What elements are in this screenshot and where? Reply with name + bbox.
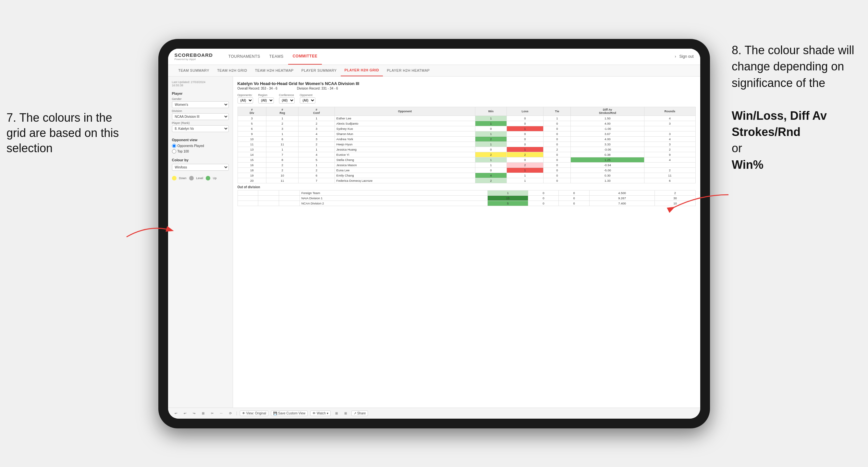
table-row: 1474 Eunice Yi 2 2 0 0.38 9 <box>238 152 695 157</box>
toolbar-share[interactable]: ↗ Share <box>351 410 368 416</box>
filter-opponents-select[interactable]: (All) <box>238 97 253 103</box>
toolbar-more[interactable]: ··· <box>218 411 224 416</box>
nav-separator: › <box>675 54 676 59</box>
legend-label-up: Up <box>213 177 217 180</box>
legend-label-down: Down <box>179 177 187 180</box>
filter-opponent: Opponent (All) <box>300 93 315 103</box>
legend-dot-down <box>172 176 177 181</box>
filter-opponents-label: Opponents: <box>238 93 253 97</box>
filter-conference-label: Conference <box>279 93 294 97</box>
table-row: 20117 Federica Domecq Lacroze 2 1 0 1.33… <box>238 178 695 183</box>
col-opponent: Opponent <box>335 107 475 116</box>
toolbar-view-original[interactable]: 👁 View: Original <box>240 410 268 416</box>
player-section-title: Player <box>172 92 229 95</box>
grid-records: Overall Record: 353 - 34 - 6 Division Re… <box>238 87 696 90</box>
filter-conference-select[interactable]: (All) <box>279 97 294 103</box>
division-select[interactable]: NCAA Division III <box>172 113 229 120</box>
main-content: Last Updated: 27/03/2024 16:55:38 Player… <box>168 76 700 408</box>
sub-nav-team-summary[interactable]: TEAM SUMMARY <box>175 65 214 76</box>
sub-nav-team-h2h-heatmap[interactable]: TEAM H2H HEATMAP <box>251 65 298 76</box>
col-rounds: Rounds <box>644 107 695 116</box>
division-record: Division Record: 331 - 34 - 6 <box>297 87 338 90</box>
player-rank-label: Player (Rank) <box>172 121 229 125</box>
filter-conference: Conference (All) <box>279 93 294 103</box>
filter-opponent-select[interactable]: (All) <box>300 97 315 103</box>
filter-opponents: Opponents: (All) <box>238 93 253 103</box>
logo: SCOREBOARD <box>175 52 213 58</box>
toolbar-undo2[interactable]: ↩ <box>182 411 188 416</box>
radio-top100[interactable]: Top 100 <box>172 149 229 154</box>
nav-committee[interactable]: COMMITTEE <box>288 49 322 65</box>
legend-dot-level <box>189 176 194 181</box>
table-row: 522 Alexis Sudjianto 1 0 0 4.00 3 <box>238 121 695 126</box>
nav-right: › Sign out <box>675 54 693 59</box>
sub-nav: TEAM SUMMARY TEAM H2H GRID TEAM H2H HEAT… <box>168 65 700 76</box>
annotation-right: 8. The colour shade will change dependin… <box>732 42 862 173</box>
filter-opponent-label: Opponent <box>300 93 315 97</box>
radio-opponents-played-label: Opponents Played <box>178 144 204 148</box>
toolbar-grid3[interactable]: ⊞ <box>342 411 349 416</box>
logo-wrap: SCOREBOARD Powered by clippd <box>175 52 214 61</box>
sign-out-link[interactable]: Sign out <box>679 54 693 59</box>
player-rank-select[interactable]: 8. Katelyn Vo <box>172 125 229 132</box>
gender-label: Gender <box>172 97 229 101</box>
last-updated: Last Updated: 27/03/2024 16:55:38 <box>172 81 229 87</box>
colour-by-select[interactable]: Win/loss <box>172 164 229 171</box>
table-row: 1063 Andrea York 2 0 0 4.00 4 <box>238 136 695 142</box>
col-loss: Loss <box>506 107 543 116</box>
tablet-frame: SCOREBOARD Powered by clippd TOURNAMENTS… <box>158 39 710 428</box>
col-diff: Diff AvStrokes/Rnd <box>571 107 644 116</box>
annotation-left: 7. The colours in the grid are based on … <box>6 110 123 156</box>
nav-teams[interactable]: TEAMS <box>265 49 288 65</box>
col-conf: #Conf <box>299 107 335 116</box>
sub-nav-player-h2h-grid[interactable]: PLAYER H2H GRID <box>341 65 383 76</box>
division-label: Division <box>172 110 229 113</box>
table-row: 19106 Emily Chang 4 1 0 0.30 11 <box>238 173 695 178</box>
table-row: 1311 Jessica Huang 0 1 2 -3.00 2 <box>238 147 695 152</box>
table-row: 633 Sydney Kuo 0 1 0 -1.00 <box>238 126 695 131</box>
out-of-division-table: Foreign Team 1 0 0 4.500 2 NAIA Division… <box>238 190 696 206</box>
toolbar-watch[interactable]: 👁 Watch ▾ <box>310 410 331 416</box>
grid-title: Katelyn Vo Head-to-Head Grid for Women's… <box>238 81 696 86</box>
table-row: NAIA Division 1 15 0 0 9.267 30 <box>238 195 695 200</box>
toolbar-sep1: | <box>236 411 237 415</box>
main-data-table: #Div #Reg #Conf Opponent Win Loss Tie Di… <box>238 107 696 183</box>
col-reg: #Reg <box>267 107 299 116</box>
nav-tournaments[interactable]: TOURNAMENTS <box>224 49 265 65</box>
table-row: 914 Sharon Mun 1 0 0 3.67 3 <box>238 131 695 136</box>
colour-by-title: Colour by <box>172 158 229 162</box>
table-row: 311 Esther Lee 1 0 1 1.50 4 <box>238 116 695 121</box>
out-of-division-header: Out of division <box>238 183 696 190</box>
sub-nav-player-h2h-heatmap[interactable]: PLAYER H2H HEATMAP <box>383 65 434 76</box>
col-tie: Tie <box>544 107 571 116</box>
grid-panel: Katelyn Vo Head-to-Head Grid for Women's… <box>233 76 700 408</box>
filter-region-select[interactable]: (All) <box>258 97 274 103</box>
gender-select[interactable]: Women's <box>172 101 229 108</box>
legend-dot-up <box>206 176 210 181</box>
sub-nav-team-h2h-grid[interactable]: TEAM H2H GRID <box>213 65 251 76</box>
col-div: #Div <box>238 107 267 116</box>
table-row: 1621 Jessica Mason 1 2 0 -0.94 <box>238 162 695 167</box>
left-panel: Last Updated: 27/03/2024 16:55:38 Player… <box>168 76 233 408</box>
table-row: 11112 Heejo Hyun 1 0 0 3.33 3 <box>238 142 695 147</box>
table-row: 1822 Euna Lee 0 1 0 -5.00 2 <box>238 167 695 173</box>
opponent-view-title: Opponent view <box>172 138 229 142</box>
toolbar-redo[interactable]: ↪ <box>191 411 197 416</box>
table-row: Foreign Team 1 0 0 4.500 2 <box>238 190 695 195</box>
filter-row: Opponents: (All) Region (All) Conference <box>238 93 696 103</box>
radio-top100-label: Top 100 <box>178 150 189 153</box>
toolbar-save-custom[interactable]: 💾 Save Custom View <box>271 410 308 416</box>
sub-nav-player-summary[interactable]: PLAYER SUMMARY <box>298 65 341 76</box>
legend-label-level: Level <box>196 177 204 180</box>
filter-region-label: Region <box>258 93 274 97</box>
radio-opponents-played[interactable]: Opponents Played <box>172 144 229 148</box>
legend-row: Down Level Up <box>172 176 229 181</box>
filter-region: Region (All) <box>258 93 274 103</box>
bottom-toolbar: ↩ ↩ ↪ ⊞ ✂ ··· ⟳ | 👁 View: Original 💾 Sav… <box>168 408 700 418</box>
toolbar-grid2[interactable]: ⊞ <box>333 411 340 416</box>
toolbar-grid[interactable]: ⊞ <box>200 411 206 416</box>
toolbar-cut[interactable]: ✂ <box>209 411 215 416</box>
toolbar-refresh[interactable]: ⟳ <box>227 411 234 416</box>
overall-record: Overall Record: 353 - 34 - 6 <box>238 87 277 90</box>
toolbar-undo[interactable]: ↩ <box>173 411 179 416</box>
